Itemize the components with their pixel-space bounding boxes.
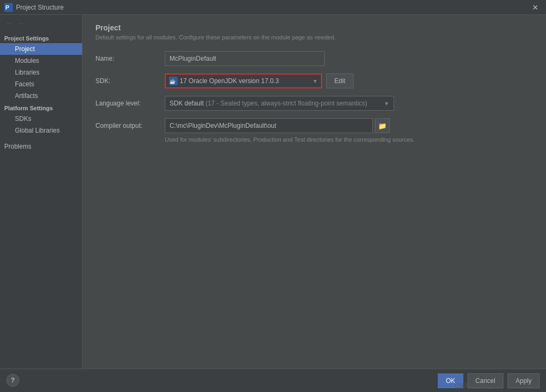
java-sdk-icon: ☕ [169,77,178,85]
language-level-row: Language level: SDK default (17 - Sealed… [95,96,533,111]
apply-button[interactable]: Apply [508,373,540,388]
close-button[interactable]: ✕ [529,2,542,13]
language-label: Language level: [95,100,165,107]
name-row: Name: [95,51,533,66]
sidebar: ← → Project Settings Project Modules Lib… [0,15,83,392]
language-dropdown[interactable]: SDK default (17 - Sealed types, always-s… [165,96,394,111]
compiler-input[interactable] [165,118,373,133]
bottom-bar: ? OK Cancel Apply CSDN @klong_ [0,369,546,392]
content-title: Project [95,23,533,32]
sidebar-item-sdks[interactable]: SDKs [0,113,82,125]
project-settings-header: Project Settings [0,32,82,43]
title-bar-left: P Project Structure [4,3,63,12]
compiler-control-wrap: 📁 [165,118,533,133]
title-bar: P Project Structure ✕ [0,0,546,15]
sdk-label: SDK: [95,77,165,85]
edit-button[interactable]: Edit [326,74,354,88]
name-control-wrap [165,51,533,66]
sidebar-item-project[interactable]: Project [0,43,82,55]
compiler-folder-button[interactable]: 📁 [375,118,390,133]
name-input[interactable] [165,51,325,66]
compiler-help-text: Used for modules' subdirectories, Produc… [165,136,533,143]
sdk-row: SDK: ☕ 17 Oracle OpenJDK version 17.0.3 … [95,74,533,88]
sidebar-item-facets[interactable]: Facets [0,78,82,90]
compiler-input-row: 📁 [165,118,390,133]
sdk-dropdown-arrow: ▼ [312,78,318,84]
platform-settings-header: Platform Settings [0,102,82,113]
app-icon: P [4,3,13,12]
language-dropdown-arrow: ▼ [384,101,389,107]
folder-icon: 📁 [378,122,387,130]
sdk-dropdown[interactable]: ☕ 17 Oracle OpenJDK version 17.0.3 ▼ [165,74,322,88]
back-arrow[interactable]: ← [4,19,14,28]
sidebar-item-artifacts[interactable]: Artifacts [0,90,82,102]
sidebar-item-global-libraries[interactable]: Global Libraries [0,125,82,136]
language-control-wrap: SDK default (17 - Sealed types, always-s… [165,96,533,111]
forward-arrow[interactable]: → [16,19,26,28]
window-title: Project Structure [16,4,63,11]
svg-text:☕: ☕ [170,78,176,85]
svg-text:P: P [5,4,9,11]
sidebar-item-problems[interactable]: Problems [0,141,82,152]
help-button[interactable]: ? [6,374,19,387]
sdk-control-wrap: ☕ 17 Oracle OpenJDK version 17.0.3 ▼ Edi… [165,74,533,88]
language-desc-text: (17 - Sealed types, always-strict floati… [205,100,367,107]
compiler-label: Compiler output: [95,122,165,129]
content-area: Project Default settings for all modules… [83,15,546,392]
compiler-output-row: Compiler output: 📁 [95,118,533,133]
watermark: CSDN @klong_ [455,383,493,389]
nav-arrows: ← → [0,17,82,32]
sidebar-item-modules[interactable]: Modules [0,55,82,67]
sidebar-item-libraries[interactable]: Libraries [0,67,82,78]
content-description: Default settings for all modules. Config… [95,34,533,40]
sdk-value-text: 17 Oracle OpenJDK version 17.0.3 [180,77,279,85]
main-container: ← → Project Settings Project Modules Lib… [0,15,546,392]
language-value-text: SDK default [170,100,204,107]
name-label: Name: [95,55,165,62]
